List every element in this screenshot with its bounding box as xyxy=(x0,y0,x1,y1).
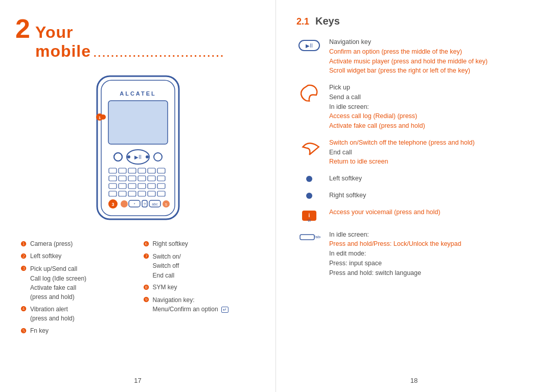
svg-rect-22 xyxy=(157,176,165,181)
section-header: 2.1 Keys xyxy=(296,15,537,27)
labels-col-2: ❻ Right softkey ❼ Switch on/ Switch off … xyxy=(143,240,256,339)
label-camera: ❶ Camera (press) xyxy=(20,240,133,249)
chapter-number: 2 xyxy=(15,15,30,42)
svg-rect-29 xyxy=(109,191,117,196)
section-title: Keys xyxy=(315,15,340,27)
label-rightsoftkey: ❻ Right softkey xyxy=(143,240,256,249)
svg-rect-11 xyxy=(109,168,117,173)
leftsoftkey-icon xyxy=(296,174,322,183)
svg-text:*: * xyxy=(133,202,135,206)
svg-rect-19 xyxy=(128,176,136,181)
voicemail-description: Access your voicemail (press and hold) xyxy=(329,207,537,217)
svg-rect-32 xyxy=(138,191,146,196)
svg-text:W: W xyxy=(308,219,311,222)
svg-rect-30 xyxy=(119,191,126,196)
right-page: 2.1 Keys ▶II Navigation key Confirm an o… xyxy=(276,0,552,392)
key-navigation: ▶II Navigation key Confirm an option (pr… xyxy=(296,37,537,76)
label-vibration: ❹ Vibration alert (press and hold) xyxy=(20,305,133,323)
svg-rect-26 xyxy=(138,183,146,189)
svg-text:abc: abc xyxy=(152,202,158,206)
svg-text:1: 1 xyxy=(98,116,101,120)
svg-rect-14 xyxy=(138,168,146,173)
key-voicemail: i W Access your voicemail (press and hol… xyxy=(296,207,537,223)
labels-section: ❶ Camera (press) ❷ Left softkey ❸ Pick u… xyxy=(15,240,260,339)
pickup-key-description: Pick up Send a call In idle screen: Acce… xyxy=(329,83,537,131)
label-switchon: ❼ Switch on/ Switch off End call xyxy=(143,252,256,280)
svg-rect-3 xyxy=(108,101,168,144)
svg-point-6 xyxy=(154,153,162,161)
pickup-key-icon xyxy=(296,83,322,102)
leftsoftkey-description: Left softkey xyxy=(329,174,537,183)
svg-text:i: i xyxy=(309,213,310,218)
label-pickup: ❸ Pick up/Send call Call log (Idle scree… xyxy=(20,264,133,302)
phone-svg: ALCATEL ▶II xyxy=(66,71,210,229)
svg-point-37 xyxy=(121,200,128,207)
svg-rect-12 xyxy=(119,168,126,173)
svg-text:▶II: ▶II xyxy=(306,43,313,49)
svg-point-10 xyxy=(146,155,149,158)
svg-rect-28 xyxy=(157,183,165,189)
hangup-key-icon xyxy=(296,138,322,157)
hangup-key-description: Switch on/Switch off the telephone (pres… xyxy=(329,138,537,167)
svg-point-9 xyxy=(127,155,130,158)
hash-icon: /abc xyxy=(296,230,322,242)
label-sym: ❽ SYM key xyxy=(143,283,256,292)
nav-key-icon: ▶II xyxy=(296,37,322,53)
svg-rect-24 xyxy=(119,183,126,189)
hash-description: In idle screen: Press and hold/Press: Lo… xyxy=(329,230,537,278)
section-number: 2.1 xyxy=(296,16,309,27)
label-navkey: ❾ Navigation key: Menu/Confirm an option… xyxy=(143,295,256,314)
key-hash: /abc In idle screen: Press and hold/Pres… xyxy=(296,230,537,278)
left-page: 2 Your mobile...........................… xyxy=(0,0,276,392)
svg-rect-25 xyxy=(128,183,136,189)
svg-text:3: 3 xyxy=(111,202,114,207)
svg-rect-20 xyxy=(138,176,146,181)
svg-text:▶II: ▶II xyxy=(134,154,142,160)
key-leftsoftkey: Left softkey xyxy=(296,174,537,183)
svg-text:ALCATEL: ALCATEL xyxy=(120,90,156,97)
svg-rect-15 xyxy=(148,168,155,173)
key-pickup: Pick up Send a call In idle screen: Acce… xyxy=(296,83,537,131)
rightsoftkey-icon xyxy=(296,191,322,200)
svg-rect-27 xyxy=(148,183,155,189)
svg-rect-16 xyxy=(157,168,165,173)
nav-key-description: Navigation key Confirm an option (press … xyxy=(329,37,537,76)
svg-rect-23 xyxy=(109,183,117,189)
voicemail-icon: i W xyxy=(296,207,322,223)
chapter-title: Your mobile.............................… xyxy=(35,23,260,61)
svg-point-51 xyxy=(306,176,312,182)
key-hangup: Switch on/Switch off the telephone (pres… xyxy=(296,138,537,167)
page-number-right: 18 xyxy=(410,377,418,384)
svg-rect-34 xyxy=(157,191,165,196)
svg-point-48 xyxy=(114,153,122,161)
chapter-header: 2 Your mobile...........................… xyxy=(15,15,260,61)
labels-col-1: ❶ Camera (press) ❷ Left softkey ❸ Pick u… xyxy=(20,240,133,339)
svg-rect-31 xyxy=(128,191,136,196)
svg-rect-18 xyxy=(119,176,126,181)
svg-rect-0 xyxy=(97,76,179,219)
phone-illustration: ALCATEL ▶II xyxy=(15,71,260,229)
svg-point-52 xyxy=(306,193,312,199)
svg-rect-56 xyxy=(300,235,314,240)
svg-text:?: ? xyxy=(143,202,146,206)
rightsoftkey-description: Right softkey xyxy=(329,191,537,200)
svg-rect-21 xyxy=(148,176,155,181)
svg-rect-13 xyxy=(128,168,136,173)
label-fn: ❺ Fn key xyxy=(20,327,133,336)
svg-rect-33 xyxy=(148,191,155,196)
page-number-left: 17 xyxy=(134,377,141,384)
label-leftsoftkey: ❷ Left softkey xyxy=(20,252,133,261)
svg-text:/abc: /abc xyxy=(314,235,320,239)
svg-text:5: 5 xyxy=(165,203,167,206)
key-rightsoftkey: Right softkey xyxy=(296,191,537,200)
svg-rect-17 xyxy=(109,176,117,181)
keys-list: ▶II Navigation key Confirm an option (pr… xyxy=(296,37,537,278)
